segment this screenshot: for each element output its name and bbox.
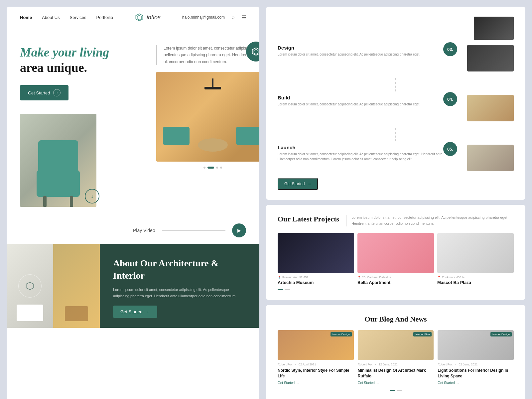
- project-name-1: Artechia Museum: [278, 280, 354, 285]
- nav-item-home[interactable]: Home: [20, 14, 32, 20]
- dot-1[interactable]: [203, 167, 205, 169]
- hero-section: Make your livingarea unique. Get Started…: [7, 28, 259, 217]
- projects-desc: Lorem ipsum dolor sit amet, consectetur …: [346, 215, 514, 226]
- blog-arrow-1: →: [296, 381, 299, 385]
- blog-link-3[interactable]: Get Started →: [438, 381, 514, 385]
- about-image-1: [7, 244, 53, 328]
- project-card-1: 📍 Prawun Arc, 92 452 Artechia Museum: [278, 233, 354, 285]
- nav-link-about[interactable]: About Us: [42, 15, 60, 20]
- play-line: [162, 230, 225, 231]
- slider-dots: [156, 167, 259, 169]
- project-name-2: Bella Apartment: [357, 280, 434, 285]
- dot-3[interactable]: [216, 167, 218, 169]
- svg-marker-1: [137, 15, 141, 20]
- chair-seat: [37, 170, 80, 197]
- blog-dots: [278, 390, 514, 391]
- location-icon-1: 📍: [278, 276, 281, 279]
- services-section: Design Lorem ipsum dolor sit amet, conse…: [266, 7, 525, 200]
- service-build-content: Build Lorem ipsum dolor sit amet, consec…: [278, 95, 457, 109]
- service-design-image: [467, 45, 514, 71]
- hero-left: Make your livingarea unique. Get Started…: [20, 45, 146, 207]
- services-arrow-icon: →: [307, 182, 311, 186]
- menu-icon[interactable]: ☰: [241, 14, 246, 21]
- chair-back: [38, 140, 78, 174]
- service-design-content: Design Lorem ipsum dolor sit amet, conse…: [278, 45, 457, 60]
- blog-link-2[interactable]: Get Started →: [358, 381, 434, 385]
- project-location-3: 📍 Zookmore 438 ta: [437, 276, 514, 279]
- svg-marker-4: [26, 282, 34, 290]
- play-video-label: Play Video: [133, 228, 155, 233]
- nav-links: Home About Us Services Portfoilio: [20, 14, 113, 20]
- project-image-1: [278, 233, 354, 273]
- blog-image-1: Interior Design: [278, 330, 354, 360]
- dot-4[interactable]: [220, 167, 222, 169]
- proj-dot-2[interactable]: [285, 289, 290, 290]
- service-build-num: 04.: [443, 92, 457, 106]
- nav-item-services[interactable]: Services: [70, 14, 86, 20]
- location-icon-2: 📍: [357, 276, 361, 279]
- left-panel: Home About Us Services Portfoilio intios…: [7, 7, 259, 399]
- blog-tag-2: Interior Plan: [413, 332, 432, 336]
- nav-link-portfolio[interactable]: Portfoilio: [96, 15, 113, 20]
- scroll-down-button[interactable]: ↓: [85, 189, 99, 203]
- nav-item-portfolio[interactable]: Portfoilio: [96, 14, 113, 20]
- logo: intios: [113, 13, 182, 22]
- blog-author-2: Robert Fox: [358, 363, 373, 366]
- service-launch-num: 05.: [443, 142, 457, 156]
- project-image-2: [357, 233, 434, 273]
- blog-post-title-1: Nordic Style, Interior Style For Simple …: [278, 368, 354, 379]
- search-icon[interactable]: ⌕: [231, 14, 235, 20]
- play-button[interactable]: ▶: [232, 223, 246, 237]
- service-build-desc: Lorem ipsum dolor sit amet, consectetur …: [278, 102, 457, 107]
- blog-dot-1[interactable]: [390, 390, 395, 391]
- blog-meta-2: Robert Fox · 12 June, 2021: [358, 363, 434, 366]
- about-title: About Our Architecture & Interior: [113, 257, 246, 282]
- nav-link-home[interactable]: Home: [20, 15, 32, 20]
- blog-post-title-2: Minimalist Design Of Architect Mark Ruff…: [358, 368, 434, 379]
- blog-image-2: Interior Plan: [358, 330, 434, 360]
- about-logo-circle: [18, 274, 42, 298]
- service-design-title: Design: [278, 45, 457, 51]
- play-video-row: Play Video ▶: [7, 217, 259, 244]
- services-cta-button[interactable]: Get Started →: [278, 178, 318, 190]
- hero-title-prefix: Make your: [20, 45, 79, 59]
- nav-email: halo.minhaj@gmail.com: [182, 15, 225, 20]
- projects-dots: [278, 289, 514, 290]
- projects-section: Our Latest Projects Lorem ipsum dolor si…: [266, 205, 525, 300]
- navbar: Home About Us Services Portfoilio intios…: [7, 7, 259, 28]
- blog-link-1[interactable]: Get Started →: [278, 381, 354, 385]
- dot-2[interactable]: [207, 167, 214, 169]
- connector-line-1: [395, 78, 396, 91]
- about-cta-button[interactable]: Get Started →: [113, 306, 157, 318]
- hero-title-highlight: living: [79, 45, 109, 59]
- hero-title: Make your livingarea unique.: [20, 45, 146, 75]
- proj-dot-1[interactable]: [278, 289, 283, 290]
- projects-header: Our Latest Projects Lorem ipsum dolor si…: [278, 215, 514, 226]
- blog-meta-3: Robert Fox · 02 June, 2021: [438, 363, 514, 366]
- service-item-launch: Launch Lorem ipsum dolor sit amet, conse…: [278, 145, 514, 171]
- blog-date-1: 02 April 2021: [299, 363, 316, 366]
- hero-room-image: [156, 72, 259, 162]
- about-images: [7, 244, 100, 328]
- nav-item-about[interactable]: About Us: [42, 14, 60, 20]
- project-card-3: 📍 Zookmore 438 ta Mascot Ba Plaza: [437, 233, 514, 285]
- blog-separator-3: ·: [455, 363, 456, 366]
- blog-tag-1: Interior Design: [331, 332, 352, 336]
- nav-link-services[interactable]: Services: [70, 15, 86, 20]
- hero-chair-image: [20, 114, 96, 207]
- room-sofa-left: [163, 127, 190, 145]
- blog-section: Our Blog And News Interior Design Robert…: [266, 305, 525, 399]
- blog-arrow-2: →: [376, 381, 379, 385]
- service-design-desc: Lorem ipsum dolor sit amet, consectetur …: [278, 52, 457, 57]
- hero-right: Lorem ipsum dolor sit amet, consectetur …: [146, 45, 259, 207]
- logo-icon: [135, 13, 144, 22]
- service-item-design: Design Lorem ipsum dolor sit amet, conse…: [278, 45, 514, 71]
- blog-dot-2[interactable]: [397, 390, 402, 391]
- chair-leg-left: [43, 196, 47, 207]
- chair-leg-right: [70, 196, 73, 207]
- projects-grid: 📍 Prawun Arc, 92 452 Artechia Museum 📍 2…: [278, 233, 514, 285]
- hero-cta-button[interactable]: Get Started →: [20, 85, 68, 100]
- about-arrow-icon: →: [146, 309, 150, 314]
- location-icon-3: 📍: [437, 276, 441, 279]
- service-build-image: [467, 95, 514, 121]
